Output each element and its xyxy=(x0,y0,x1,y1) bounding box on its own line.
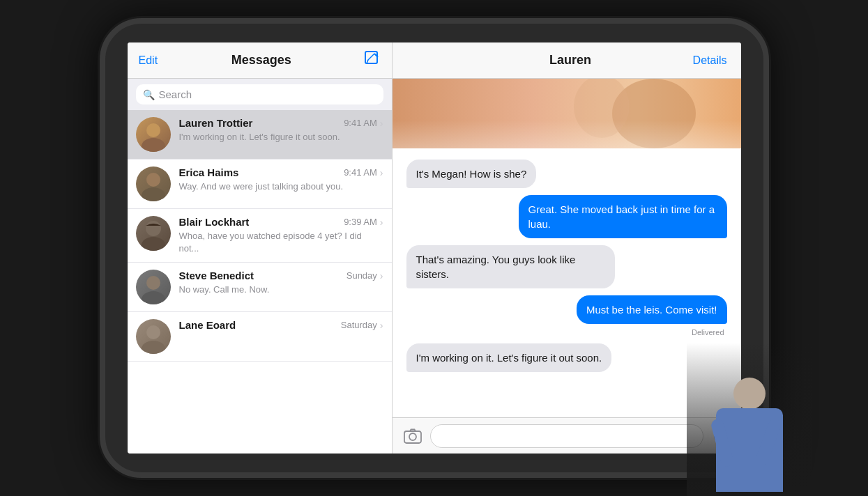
search-bar[interactable]: 🔍 Search xyxy=(136,84,383,104)
conv-top-lane: Lane Eoard Saturday › xyxy=(179,319,383,331)
message-bubble-3: That's amazing. You guys look like siste… xyxy=(406,245,615,288)
svg-point-11 xyxy=(146,276,160,290)
conv-time-blair: 9:39 AM xyxy=(344,217,377,227)
compose-button[interactable] xyxy=(365,51,380,70)
conversation-list: 🔍 Search xyxy=(128,79,393,454)
chevron-icon-lane: › xyxy=(380,320,383,331)
svg-point-4 xyxy=(146,123,160,137)
conv-content-erica: Erica Haims 9:41 AM › Way. And we were j… xyxy=(179,166,383,193)
phone-frame: Edit Messages Lauren Details xyxy=(100,18,769,478)
svg-point-5 xyxy=(142,138,165,152)
chat-panel-header: Lauren Details xyxy=(393,42,741,78)
messages-title: Messages xyxy=(231,53,291,68)
conv-preview-lauren: I'm working on it. Let's figure it out s… xyxy=(179,131,383,144)
conversation-item-lauren[interactable]: Lauren Trottier 9:41 AM › I'm working on… xyxy=(128,110,392,160)
conversations-container: Lauren Trottier 9:41 AM › I'm working on… xyxy=(128,110,392,454)
conv-meta-lane: Saturday › xyxy=(341,320,383,331)
svg-point-7 xyxy=(146,173,160,187)
messages-panel-header: Edit Messages xyxy=(128,42,393,78)
svg-point-9 xyxy=(146,221,161,236)
svg-point-8 xyxy=(142,187,165,201)
conv-top-blair: Blair Lockhart 9:39 AM › xyxy=(179,216,383,228)
conv-name-blair: Blair Lockhart xyxy=(179,216,250,228)
conversation-item-blair[interactable]: Blair Lockhart 9:39 AM › Whoa, have you … xyxy=(128,209,392,263)
screen: Edit Messages Lauren Details xyxy=(128,42,741,454)
conv-name-lauren: Lauren Trottier xyxy=(179,117,253,129)
header-bar: Edit Messages Lauren Details xyxy=(128,42,741,79)
conv-time-erica: 9:41 AM xyxy=(344,167,377,178)
chevron-icon-blair: › xyxy=(380,217,383,228)
search-bar-container: 🔍 Search xyxy=(128,79,392,110)
conv-name-steve: Steve Benedict xyxy=(179,270,254,281)
message-bubble-4: Must be the leis. Come visit! xyxy=(577,295,727,324)
conv-preview-blair: Whoa, have you watched episode 4 yet? I … xyxy=(179,230,383,255)
message-text-5: I'm working on it. Let's figure it out s… xyxy=(416,352,602,364)
chevron-icon-erica: › xyxy=(380,167,383,178)
chat-photo xyxy=(393,79,741,148)
conv-meta-erica: 9:41 AM › xyxy=(344,167,383,178)
edit-button[interactable]: Edit xyxy=(139,54,158,67)
conv-preview-erica: Way. And we were just talking about you. xyxy=(179,180,383,193)
chevron-icon-steve: › xyxy=(380,270,383,281)
camera-button[interactable] xyxy=(401,424,425,448)
message-input[interactable] xyxy=(430,424,703,448)
conv-name-lane: Lane Eoard xyxy=(179,319,236,331)
svg-point-19 xyxy=(409,433,416,440)
message-delivered-status: Delivered xyxy=(692,328,726,336)
svg-line-2 xyxy=(367,54,374,61)
presenter-area xyxy=(687,343,812,496)
conv-content-blair: Blair Lockhart 9:39 AM › Whoa, have you … xyxy=(179,216,383,255)
svg-point-10 xyxy=(142,237,165,251)
conv-content-steve: Steve Benedict Sunday › No way. Call me.… xyxy=(179,270,383,296)
conv-time-lauren: 9:41 AM xyxy=(344,118,377,128)
avatar-lane xyxy=(136,319,171,354)
message-bubble-5: I'm working on it. Let's figure it out s… xyxy=(406,343,612,372)
conv-top-steve: Steve Benedict Sunday › xyxy=(179,270,383,281)
chevron-icon-lauren: › xyxy=(380,118,383,129)
main-content: 🔍 Search xyxy=(128,79,741,454)
svg-point-12 xyxy=(142,291,165,304)
details-button[interactable]: Details xyxy=(693,54,727,67)
chat-photo-overlay xyxy=(393,79,741,148)
conversation-item-steve[interactable]: Steve Benedict Sunday › No way. Call me.… xyxy=(128,263,392,312)
conversation-item-erica[interactable]: Erica Haims 9:41 AM › Way. And we were j… xyxy=(128,160,392,209)
conv-top-erica: Erica Haims 9:41 AM › xyxy=(179,166,383,178)
message-bubble-2: Great. She moved back just in time for a… xyxy=(519,195,727,238)
chat-title: Lauren xyxy=(448,53,693,68)
avatar-erica xyxy=(136,166,171,201)
avatar-steve xyxy=(136,270,171,304)
message-text-4: Must be the leis. Come visit! xyxy=(586,304,717,316)
conv-preview-steve: No way. Call me. Now. xyxy=(179,284,383,296)
svg-point-14 xyxy=(142,341,165,354)
presenter-figure xyxy=(708,378,791,496)
conv-time-lane: Saturday xyxy=(341,320,377,330)
conv-meta-lauren: 9:41 AM › xyxy=(344,118,383,129)
conv-content-lauren: Lauren Trottier 9:41 AM › I'm working on… xyxy=(179,117,383,144)
search-icon: 🔍 xyxy=(143,89,155,100)
conv-name-erica: Erica Haims xyxy=(179,166,239,178)
message-text-2: Great. She moved back just in time for a… xyxy=(528,203,715,230)
conv-top-lauren: Lauren Trottier 9:41 AM › xyxy=(179,117,383,129)
conversation-item-lane[interactable]: Lane Eoard Saturday › xyxy=(128,312,392,362)
conv-time-steve: Sunday xyxy=(347,270,377,281)
message-text-1: It's Megan! How is she? xyxy=(416,168,527,180)
svg-point-13 xyxy=(146,325,160,339)
avatar-blair xyxy=(136,216,171,251)
conv-content-lane: Lane Eoard Saturday › xyxy=(179,319,383,333)
message-bubble-1: It's Megan! How is she? xyxy=(406,160,537,188)
search-placeholder: Search xyxy=(159,88,192,100)
message-text-3: That's amazing. You guys look like siste… xyxy=(416,254,576,280)
avatar-lauren xyxy=(136,117,171,152)
conv-meta-blair: 9:39 AM › xyxy=(344,217,383,228)
presenter-head xyxy=(733,378,766,410)
conv-meta-steve: Sunday › xyxy=(347,270,383,281)
